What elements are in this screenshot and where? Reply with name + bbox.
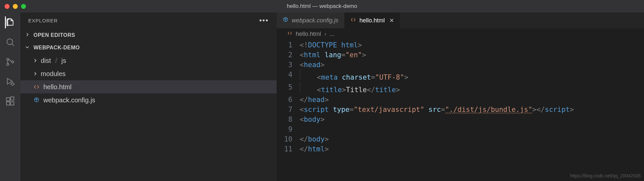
tab-label: webpack.config.js	[292, 17, 338, 24]
run-debug-icon[interactable]	[5, 76, 15, 87]
project-label: WEBPACK-DEMO	[34, 45, 80, 51]
minimize-window-button[interactable]	[13, 4, 18, 9]
svg-point-0	[7, 39, 13, 45]
tree-folder-modules[interactable]: modules	[20, 67, 277, 80]
activity-bar	[0, 13, 20, 181]
svg-rect-10	[7, 102, 10, 105]
tree-file-hello-html[interactable]: hello.html	[20, 80, 277, 93]
svg-line-1	[12, 44, 14, 46]
chevron-right-icon: ›	[324, 31, 326, 38]
punct: <	[300, 106, 304, 114]
source-control-icon[interactable]	[5, 57, 15, 67]
tok-attr: src	[428, 106, 441, 114]
punct: >	[325, 135, 329, 143]
punct: <	[300, 145, 304, 153]
breadcrumb[interactable]: hello.html › ...	[277, 28, 644, 39]
close-window-button[interactable]	[5, 4, 10, 9]
line-number: 5	[277, 82, 300, 95]
file-label: webpack.config.js	[43, 96, 95, 104]
tok-tag: title	[321, 86, 342, 94]
punct: <	[300, 135, 304, 143]
punct: >	[532, 106, 537, 114]
more-actions-icon[interactable]: •••	[259, 16, 269, 25]
js-config-icon	[283, 17, 288, 24]
tab-label: hello.html	[359, 17, 385, 24]
punct: /	[371, 86, 375, 94]
punct: >	[320, 61, 325, 69]
tok-text: Title	[346, 86, 367, 94]
maximize-window-button[interactable]	[21, 4, 26, 9]
punct: =	[371, 73, 375, 81]
window-controls	[5, 4, 26, 9]
punct: <	[300, 41, 304, 49]
sidebar-title: EXPLORER	[28, 18, 58, 23]
tok-string: "text/javascript"	[354, 106, 424, 114]
line-number: 4	[277, 70, 300, 82]
line-number: 10	[277, 134, 300, 144]
tok-attr: lang	[325, 51, 341, 59]
punct: /	[540, 106, 545, 114]
punct: <	[317, 73, 321, 81]
tok-string: "./dist/js/bundle.js"	[445, 106, 533, 114]
tab-bar: webpack.config.js hello.html ✕	[277, 13, 644, 28]
line-number: 6	[277, 95, 300, 105]
folder-label: modules	[41, 70, 66, 78]
svg-point-2	[7, 58, 9, 60]
tok-tag: html	[308, 145, 325, 153]
chevron-right-icon	[33, 70, 37, 78]
line-number: 9	[277, 124, 300, 134]
punct: /	[304, 145, 308, 153]
punct: <	[300, 116, 304, 123]
tok-tag: body	[308, 135, 325, 143]
punct: <	[317, 86, 321, 94]
search-icon[interactable]	[5, 37, 15, 47]
close-tab-icon[interactable]: ✕	[389, 17, 394, 24]
svg-point-5	[12, 83, 14, 86]
html-file-icon	[350, 17, 356, 24]
extensions-icon[interactable]	[5, 96, 15, 107]
path-separator: /	[54, 57, 58, 65]
html-file-icon	[33, 84, 40, 90]
tok-tag: script	[304, 106, 329, 114]
punct: >	[362, 51, 366, 59]
line-number: 1	[277, 40, 300, 50]
line-number: 2	[277, 50, 300, 60]
open-editors-section[interactable]: OPEN EDITORS	[20, 29, 277, 41]
tok-tag: head	[308, 96, 325, 104]
tok-string: "UTF-8"	[375, 73, 404, 81]
tree-file-webpack-config[interactable]: webpack.config.js	[20, 93, 277, 107]
watermark: https://blog.csdn.net/qq_20042935	[570, 173, 641, 178]
tok-attr: charset	[342, 73, 371, 81]
open-editors-label: OPEN EDITORS	[34, 32, 75, 38]
breadcrumb-rest: ...	[330, 31, 334, 38]
project-section[interactable]: WEBPACK-DEMO	[20, 41, 277, 54]
line-number: 7	[277, 105, 300, 115]
folder-label: dist	[41, 57, 51, 65]
tab-hello-html[interactable]: hello.html ✕	[344, 13, 400, 28]
svg-rect-12	[11, 97, 14, 100]
file-label: hello.html	[43, 83, 72, 91]
chevron-right-icon	[25, 32, 30, 38]
punct: <	[537, 106, 541, 114]
sidebar-explorer: EXPLORER ••• OPEN EDITORS WEBPACK-DEMO	[20, 13, 277, 181]
line-number: 11	[277, 144, 300, 154]
tok-tag: meta	[321, 73, 338, 81]
sidebar-header: EXPLORER •••	[20, 13, 277, 28]
folder-label: js	[61, 57, 66, 65]
tree-folder-dist[interactable]: dist/js	[20, 54, 277, 67]
tab-webpack-config[interactable]: webpack.config.js	[277, 13, 344, 28]
punct: <	[300, 51, 304, 59]
punct: <	[300, 96, 304, 104]
html-file-icon	[287, 31, 292, 38]
tok-tag: script	[545, 106, 570, 114]
tok-attr: type	[333, 106, 350, 114]
tok-tag: html	[341, 41, 358, 49]
explorer-icon[interactable]	[5, 17, 15, 28]
tok-tag: html	[304, 51, 321, 59]
code-editor[interactable]: 1<!DOCTYPE html> 2<html lang="en"> 3<hea…	[277, 39, 644, 181]
tok-tag: head	[304, 61, 321, 69]
punct: >	[570, 106, 574, 114]
punct: =	[350, 106, 354, 114]
breadcrumb-file: hello.html	[296, 31, 321, 38]
line-number: 3	[277, 60, 300, 70]
